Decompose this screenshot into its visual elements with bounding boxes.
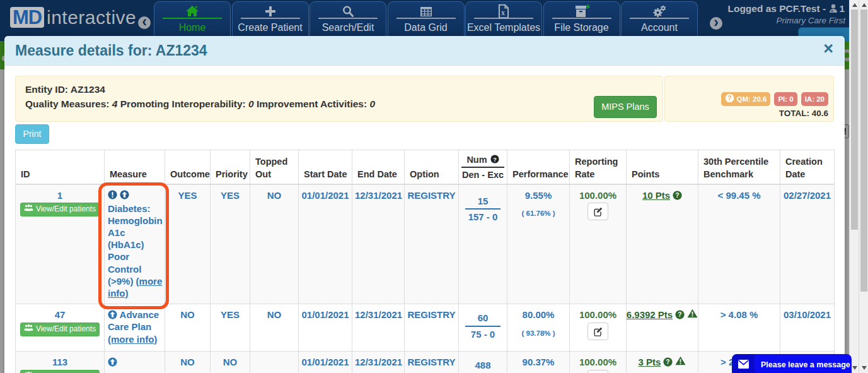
brand-logo-md[interactable]: MD <box>10 7 44 28</box>
nav-tab-data-grid[interactable]: Data Grid <box>388 1 465 41</box>
tab-label: Data Grid <box>388 22 464 33</box>
numerator[interactable]: 60 <box>461 312 504 324</box>
measure-id[interactable]: 47 <box>18 309 101 321</box>
cell-priority: YES <box>211 184 250 304</box>
brand-logo-text[interactable]: interactive <box>47 7 136 28</box>
nav-tab-excel-templates[interactable]: x Excel Templates <box>465 1 542 41</box>
tab-label: Account <box>622 22 697 33</box>
scroll-up-arrow-icon[interactable] <box>852 3 857 7</box>
chat-button[interactable]: Please leave a message <box>732 354 852 373</box>
cell-start-date: 01/01/2021 <box>299 184 352 304</box>
gears-icon <box>622 4 697 17</box>
user-md-icon <box>828 3 839 14</box>
view-edit-patients-button[interactable]: View/Edit patients <box>20 323 100 336</box>
entity-summary-box: Entity ID: AZ1234 Quality Measures: 4 Pr… <box>15 76 663 122</box>
question-circle-icon[interactable]: ? <box>673 189 682 202</box>
mips-plans-button[interactable]: MIPS Plans <box>594 96 657 118</box>
envelope-icon <box>738 360 749 371</box>
total-score: TOTAL: 40.6 <box>779 109 828 118</box>
scrollbar-thumb[interactable] <box>860 9 867 292</box>
cell-option: REGISTRY <box>405 304 459 352</box>
col-header-outcome: Outcome <box>165 150 211 184</box>
cell-priority: YES <box>211 304 250 352</box>
cell-num-den: 60 75 - 0 <box>459 304 507 352</box>
numerator[interactable]: 488 <box>461 359 504 372</box>
modal-header: Measure details for: AZ1234 × <box>4 36 845 66</box>
col-header-start-date: Start Date <box>299 150 352 184</box>
view-edit-label: View/Edit patients <box>36 203 96 216</box>
numerator[interactable]: 15 <box>461 195 504 208</box>
cell-outcome: NO <box>165 352 211 373</box>
warning-triangle-icon[interactable] <box>675 356 686 369</box>
edit-rate-button[interactable] <box>587 203 608 220</box>
points-link[interactable]: 6.9392 Pts <box>627 309 673 321</box>
logged-count: 1 <box>839 3 845 14</box>
logged-as-text[interactable]: Logged as PCF.Test - 1 <box>727 3 845 15</box>
svg-text:x: x <box>501 8 505 17</box>
edit-rate-button[interactable] <box>587 323 608 340</box>
question-circle-icon[interactable]: ? <box>675 309 685 321</box>
nav-tab-search-edit[interactable]: Search/Edit <box>310 1 386 41</box>
chevron-left-circle-icon[interactable]: ‹ <box>138 16 151 29</box>
cell-points: 10 Pts ? <box>627 184 698 304</box>
num-label: Num <box>466 153 487 166</box>
scroll-up-arrow-icon[interactable] <box>862 3 867 7</box>
col-header-priority: Priority <box>211 150 250 184</box>
measures-table: ID Measure Outcome Priority Topped Out S… <box>15 150 835 373</box>
denominator: 75 - 0 <box>461 328 504 341</box>
performance-value: 80.00% <box>510 309 567 321</box>
nav-tab-home[interactable]: Home <box>154 1 231 41</box>
cell-creation-date: 03/10/2021 <box>780 304 835 352</box>
question-circle-icon[interactable]: ? <box>490 153 499 166</box>
qm-score-badge[interactable]: ? QM: 20.6 <box>721 92 770 106</box>
svg-text:?: ? <box>666 358 670 365</box>
nav-tab-create-patient[interactable]: Create Patient <box>232 1 309 41</box>
scroll-down-arrow-icon[interactable] <box>862 366 867 370</box>
col-header-end-date: End Date <box>352 150 405 184</box>
window-scrollbar[interactable] <box>859 0 868 373</box>
cell-topped-out <box>250 352 299 373</box>
entity-id-line: Entity ID: AZ1234 <box>25 82 653 97</box>
home-icon <box>154 4 230 17</box>
scroll-down-arrow-icon[interactable] <box>852 366 857 370</box>
cell-end-date: 12/31/2021 <box>352 304 405 352</box>
warning-triangle-icon[interactable] <box>687 309 698 321</box>
print-button[interactable]: Print <box>15 124 49 144</box>
points-link[interactable]: 10 Pts <box>642 189 670 202</box>
ia-badge-label: IA: 20 <box>805 92 825 106</box>
performance-value: 9.55% <box>510 189 567 202</box>
pi-badge-label: PI: 0 <box>778 92 793 106</box>
modal-scrollbar[interactable] <box>849 0 859 373</box>
cell-points: 3 Pts ? <box>627 352 698 373</box>
cell-creation-date: 02/27/2021 <box>780 184 835 304</box>
view-edit-patients-button[interactable]: View/Edit patients <box>20 203 100 216</box>
exclamation-circle-icon[interactable] <box>108 190 117 202</box>
tab-label: Search/Edit <box>310 22 386 33</box>
edit-rate-button[interactable] <box>587 370 608 373</box>
chevron-right-circle-icon[interactable]: › <box>710 17 722 30</box>
users-icon <box>24 370 33 373</box>
tab-label: Excel Templates <box>466 22 541 33</box>
cell-topped-out: NO <box>250 304 299 352</box>
measure-id[interactable]: 113 <box>18 356 101 369</box>
cell-measure: Advance Care Plan (more info) <box>105 304 165 352</box>
close-icon[interactable]: × <box>823 40 833 57</box>
more-info-link[interactable]: (more info) <box>108 334 157 345</box>
measure-id[interactable]: 1 <box>18 189 101 202</box>
svg-text:?: ? <box>493 155 497 162</box>
points-link[interactable]: 3 Pts <box>639 356 661 369</box>
arrow-circle-up-icon <box>108 357 117 367</box>
cell-end-date: 12/31/2021 <box>352 184 405 304</box>
question-circle-icon[interactable]: ? <box>663 356 673 369</box>
scrollbar-thumb[interactable] <box>851 9 858 230</box>
tab-label: Home <box>154 22 230 33</box>
measure-name[interactable]: Diabetes: Hemoglobin A1c (HbA1c) Poor Co… <box>108 203 163 287</box>
nav-tab-account[interactable]: Account <box>621 1 698 41</box>
tab-label: File Storage <box>544 22 620 33</box>
view-edit-patients-button[interactable]: View/Edit patients <box>20 370 100 373</box>
pi-label: Promoting Interoperability: <box>120 98 246 109</box>
pi-value: 0 <box>248 98 254 109</box>
nav-tab-file-storage[interactable]: * File Storage <box>543 1 620 41</box>
performance-value: 90.37% <box>510 356 567 369</box>
col-header-reporting-rate: Reporting Rate <box>570 150 627 184</box>
